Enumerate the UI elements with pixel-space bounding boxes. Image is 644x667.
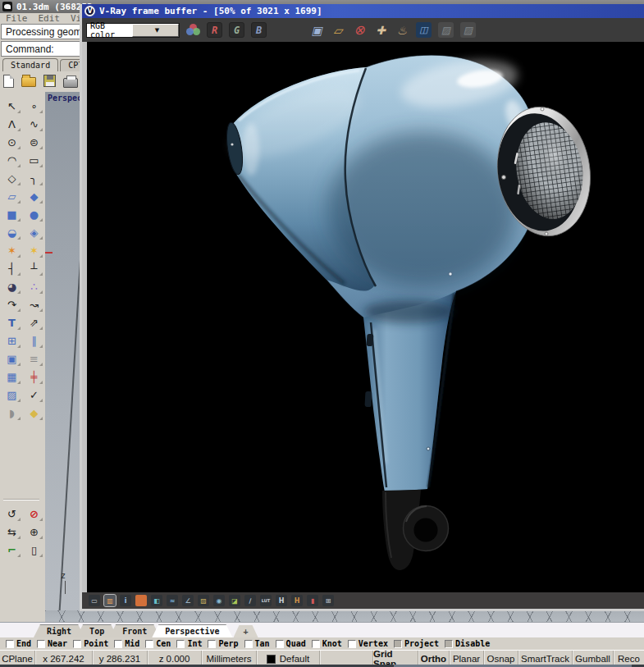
pixel-info-icon[interactable]: i <box>120 595 131 606</box>
move-tool-icon[interactable]: ⇗ <box>25 313 43 331</box>
select-tool-icon[interactable]: ↖ <box>2 97 21 115</box>
osnap-item[interactable]: Disable <box>445 639 490 648</box>
disabled-icon-2[interactable]: ▨ <box>460 22 476 38</box>
osnap-item[interactable]: Perp <box>208 639 238 648</box>
page-view-icon[interactable]: ▯ <box>25 541 43 559</box>
monochrome-icon[interactable] <box>291 25 303 36</box>
array-tool-icon[interactable]: ≡ <box>25 349 43 368</box>
zoom-view-icon[interactable]: ⊕ <box>25 523 43 541</box>
green-channel-icon[interactable]: G <box>229 22 244 38</box>
background-icon[interactable]: ◪ <box>229 595 240 606</box>
save-image-icon[interactable]: ▣ <box>309 23 324 38</box>
osnap-item[interactable]: Mid <box>114 639 139 648</box>
vray-title-bar[interactable]: V V-Ray frame buffer - [50% of 3021 x 16… <box>82 4 644 18</box>
show-corrections-icon[interactable]: ▥ <box>104 595 116 606</box>
lut-curve-icon[interactable]: ∕ <box>244 595 256 606</box>
checkbox[interactable] <box>145 640 153 648</box>
red-channel-icon[interactable]: R <box>207 22 222 38</box>
curve-tool-icon[interactable]: ∿ <box>25 115 43 133</box>
swatch-tool-icon[interactable]: ◆ <box>25 404 43 422</box>
viewport-tab[interactable]: Perspective <box>152 624 232 637</box>
ocio-icon[interactable]: H <box>276 595 287 606</box>
split-tool-icon[interactable]: ┴ <box>25 259 43 277</box>
chevron-down-icon[interactable]: ▼ <box>132 24 179 37</box>
file-toolbar-button[interactable] <box>3 75 14 90</box>
checkbox[interactable] <box>445 640 453 648</box>
ellipse-tool-icon[interactable]: ⊜ <box>25 133 43 151</box>
checkbox[interactable] <box>276 640 284 648</box>
circle-tool-icon[interactable]: ⊙ <box>2 133 21 151</box>
pixel-grid-icon[interactable]: ⊞ <box>322 595 334 606</box>
join-tool-icon[interactable]: ✶ <box>25 241 43 259</box>
osnap-item[interactable]: Near <box>37 639 67 648</box>
track-mouse-icon[interactable]: ✚ <box>373 23 388 38</box>
fillet-tool-icon[interactable]: ╮ <box>25 169 43 187</box>
sphere-tool-icon[interactable]: ● <box>25 205 43 223</box>
surface-tool-icon[interactable]: ▱ <box>2 187 21 205</box>
pan-view-icon[interactable]: ⇆ <box>2 523 21 541</box>
checkbox[interactable] <box>6 640 14 648</box>
disabled-icon-1[interactable]: ▨ <box>438 22 454 38</box>
trim-tool-icon[interactable]: ┤ <box>2 259 21 277</box>
blend-tool-icon[interactable]: ↝ <box>25 295 43 313</box>
checkbox[interactable] <box>208 640 216 648</box>
check-tool-icon[interactable]: ✓ <box>25 386 43 404</box>
levels-icon[interactable]: ≈ <box>167 595 178 606</box>
point-tool-icon[interactable]: ∘ <box>25 97 43 115</box>
alpha-channel-icon[interactable] <box>273 25 285 36</box>
file-toolbar-button[interactable] <box>43 75 56 89</box>
lut-icon[interactable]: LUT <box>260 595 272 606</box>
revolve-tool-icon[interactable]: ◈ <box>25 223 43 241</box>
checkbox[interactable] <box>312 640 320 648</box>
point-cloud-tool-icon[interactable]: ∴ <box>25 277 43 295</box>
polygon-tool-icon[interactable]: ◇ <box>2 169 21 187</box>
distribute-tool-icon[interactable]: ∥ <box>25 331 43 349</box>
arc-tool-icon[interactable]: ◠ <box>2 151 21 169</box>
osnap-item[interactable]: End <box>6 639 31 648</box>
file-toolbar-button[interactable] <box>21 75 36 89</box>
torus-tool-icon[interactable]: ◒ <box>2 223 21 241</box>
cplane-view-icon[interactable]: ⌐ <box>2 541 21 559</box>
block-tool-icon[interactable]: ⊞ <box>2 331 21 349</box>
render-last-icon[interactable]: ♨ <box>395 23 409 38</box>
osnap-item[interactable]: Cen <box>145 639 171 648</box>
rotate-view-icon[interactable]: ↺ <box>2 505 21 523</box>
checkbox[interactable] <box>114 640 122 648</box>
grid-array-tool-icon[interactable]: ▦ <box>2 368 21 386</box>
menu-item[interactable]: File <box>6 13 28 24</box>
rebuild-tool-icon[interactable]: ↷ <box>2 295 21 313</box>
open-image-icon[interactable]: ▱ <box>331 23 345 38</box>
explode-tool-icon[interactable]: ✶ <box>2 241 21 259</box>
checkbox[interactable] <box>176 640 185 648</box>
boolean-tool-icon[interactable]: ◕ <box>2 277 21 295</box>
osnap-item[interactable]: Point <box>73 639 108 648</box>
toolbar-tab[interactable]: Standard <box>2 58 58 71</box>
text-tool-icon[interactable]: T <box>2 313 21 331</box>
white-balance-icon[interactable]: ◉ <box>213 595 225 606</box>
menu-item[interactable]: Edit <box>39 13 61 24</box>
cone-tool-icon[interactable]: ◗ <box>2 404 21 422</box>
cage-tool-icon[interactable]: ▣ <box>2 349 21 368</box>
rectangle-tool-icon[interactable]: ▭ <box>25 151 43 169</box>
curves-icon[interactable]: ∠ <box>182 595 194 606</box>
stereo-bars-icon[interactable]: ▮ <box>307 595 318 606</box>
box-tool-icon[interactable]: ■ <box>2 205 21 223</box>
plane-tool-icon[interactable]: ▨ <box>2 386 21 404</box>
viewport-tab[interactable]: Right <box>34 624 84 637</box>
duplicate-buffer-icon[interactable]: ◫ <box>416 22 432 38</box>
icc-icon[interactable]: H <box>291 595 303 606</box>
hsl-icon[interactable]: ◧ <box>151 595 162 606</box>
channel-select[interactable]: RGB color ▼ <box>86 23 180 38</box>
osnap-item[interactable]: Quad <box>276 639 306 648</box>
rgb-channels-icon[interactable] <box>186 24 200 36</box>
render-area[interactable] <box>82 42 644 592</box>
checkbox[interactable] <box>37 640 45 648</box>
viewport-tab[interactable]: Front <box>109 624 160 637</box>
osnap-item[interactable]: Knot <box>312 639 342 648</box>
osnap-item[interactable]: Vertex <box>348 639 388 648</box>
blue-channel-icon[interactable]: B <box>251 22 267 38</box>
osnap-item[interactable]: Project <box>394 639 439 648</box>
display-window-icon[interactable]: ▭ <box>89 595 100 606</box>
clear-image-icon[interactable]: ⊗ <box>352 23 367 38</box>
polyline-tool-icon[interactable]: Λ <box>2 115 21 133</box>
